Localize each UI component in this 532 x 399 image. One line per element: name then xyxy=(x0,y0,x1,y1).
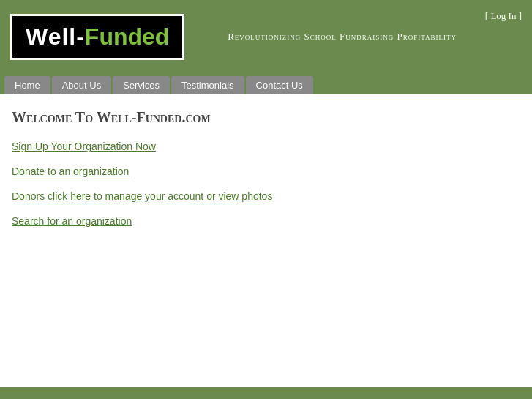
donors-link[interactable]: Donors click here to manage your account… xyxy=(12,190,520,202)
tagline: Revolutionizing School Fundraising Profi… xyxy=(199,31,484,42)
nav-home[interactable]: Home xyxy=(4,76,50,94)
links-list: Sign Up Your Organization Now Donate to … xyxy=(12,141,520,227)
signup-link[interactable]: Sign Up Your Organization Now xyxy=(12,141,520,152)
nav-services[interactable]: Services xyxy=(113,76,170,94)
nav-about[interactable]: About Us xyxy=(52,76,111,94)
logo: Well-Funded xyxy=(10,14,184,60)
footer xyxy=(0,387,532,399)
header: Well-Funded Revolutionizing School Fundr… xyxy=(0,0,532,73)
logo-well: Well- xyxy=(26,23,85,50)
main-content: Welcome To Well-Funded.com Sign Up Your … xyxy=(0,94,532,387)
search-link[interactable]: Search for an organization xyxy=(12,215,520,227)
nav-contact[interactable]: Contact Us xyxy=(246,76,313,94)
logo-funded: Funded xyxy=(85,23,170,50)
donate-link[interactable]: Donate to an organization xyxy=(12,165,520,177)
nav-testimonials[interactable]: Testimonials xyxy=(171,76,244,94)
login-link[interactable]: [ Log In ] xyxy=(485,10,522,21)
page-title: Welcome To Well-Funded.com xyxy=(12,109,520,126)
login-area[interactable]: [ Log In ] xyxy=(485,7,522,22)
nav-bar: Home About Us Services Testimonials Cont… xyxy=(0,73,532,94)
